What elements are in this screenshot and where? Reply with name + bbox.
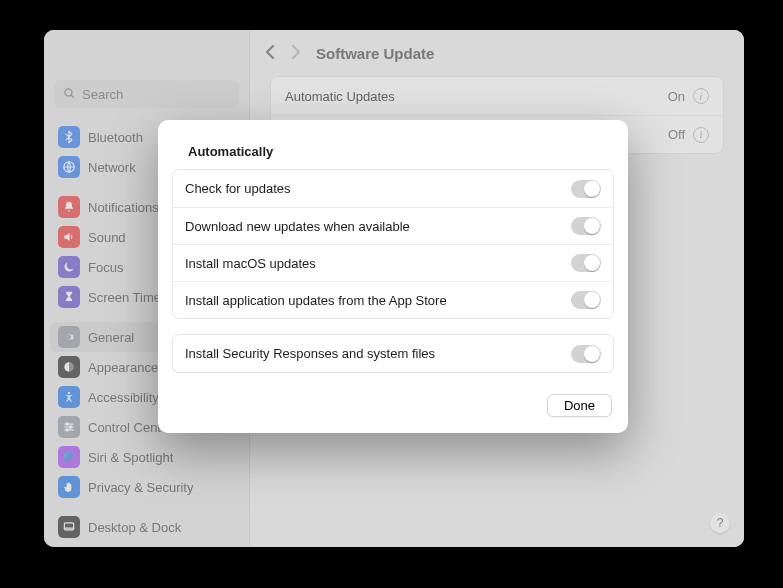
toggle-switch[interactable]: [571, 254, 601, 272]
sheet-row-label: Install application updates from the App…: [185, 293, 447, 308]
toggle-switch[interactable]: [571, 291, 601, 309]
sheet-row-label: Download new updates when available: [185, 219, 410, 234]
sheet-row: Install macOS updates: [173, 244, 613, 281]
toggle-switch[interactable]: [571, 217, 601, 235]
sheet-row-label: Check for updates: [185, 181, 291, 196]
toggle-switch[interactable]: [571, 345, 601, 363]
sheet-row: Install application updates from the App…: [173, 281, 613, 318]
sheet-group-2: Install Security Responses and system fi…: [172, 334, 614, 373]
sheet-title: Automatically: [172, 144, 614, 169]
sheet-row: Check for updates: [173, 170, 613, 207]
toggle-switch[interactable]: [571, 180, 601, 198]
sheet-row: Download new updates when available: [173, 207, 613, 244]
sheet-footer: Done: [172, 388, 614, 419]
automatic-updates-sheet: Automatically Check for updatesDownload …: [158, 120, 628, 433]
sheet-group-1: Check for updatesDownload new updates wh…: [172, 169, 614, 319]
sheet-row-label: Install macOS updates: [185, 256, 316, 271]
sheet-row-label: Install Security Responses and system fi…: [185, 346, 435, 361]
done-button[interactable]: Done: [547, 394, 612, 417]
sheet-row: Install Security Responses and system fi…: [173, 335, 613, 372]
